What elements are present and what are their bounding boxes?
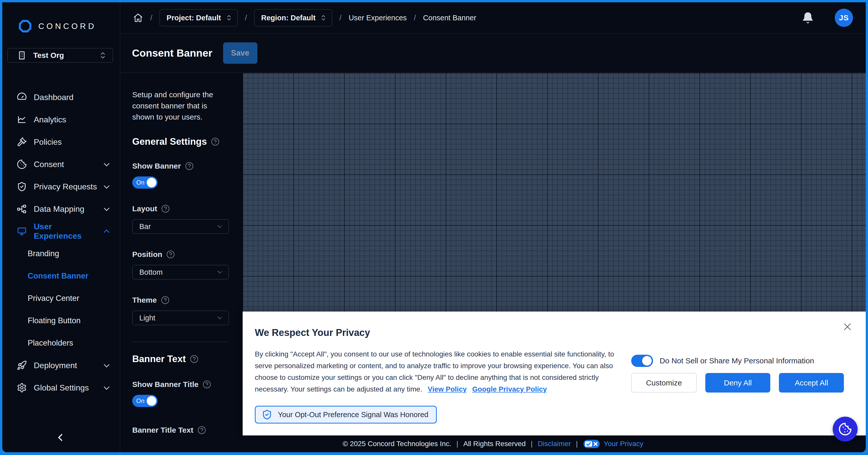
help-icon[interactable]: [211, 138, 220, 146]
position-label: Position: [132, 250, 229, 259]
sidebar-collapse-button[interactable]: [54, 430, 69, 445]
sidebar-item-deployment[interactable]: Deployment: [2, 354, 120, 376]
position-select[interactable]: Bottom: [132, 265, 229, 279]
main-area: / Project: Default / Region: Default / U…: [120, 2, 866, 452]
chevron-up-icon: [104, 230, 110, 235]
topbar: / Project: Default / Region: Default / U…: [120, 2, 866, 34]
sidebar-item-label: Data Mapping: [34, 204, 98, 214]
customize-button[interactable]: Customize: [631, 373, 697, 393]
show-banner-label: Show Banner: [132, 162, 229, 170]
sidebar-item-label: Policies: [34, 138, 108, 147]
help-icon[interactable]: [190, 355, 198, 363]
line-chart-icon: [17, 114, 27, 125]
select-arrows-icon: [226, 14, 232, 22]
sidebar-item-user-experiences[interactable]: User Experiences: [2, 220, 120, 242]
general-settings-heading: General Settings: [132, 136, 229, 147]
nodes-icon: [17, 204, 27, 214]
sidebar-item-floating-button[interactable]: Floating Button: [2, 309, 120, 332]
building-icon: [17, 50, 27, 61]
view-policy-link[interactable]: View Policy: [428, 385, 467, 393]
banner-text-heading: Banner Text: [132, 354, 229, 364]
opt-out-signal-badge[interactable]: Your Opt-Out Preference Signal Was Honor…: [255, 406, 437, 424]
breadcrumb-section[interactable]: User Experiences: [349, 14, 407, 22]
sidebar-subitem-label: Privacy Center: [28, 294, 108, 303]
theme-select[interactable]: Light: [132, 310, 229, 325]
org-selector[interactable]: Test Org: [7, 48, 113, 63]
sidebar-subitem-label: Branding: [28, 249, 108, 258]
save-button[interactable]: Save: [223, 42, 257, 64]
sidebar-item-analytics[interactable]: Analytics: [2, 109, 120, 131]
chevron-left-icon: [58, 434, 65, 441]
region-selector[interactable]: Region: Default: [254, 9, 332, 26]
sidebar-item-global-settings[interactable]: Global Settings: [2, 376, 120, 399]
toggle-knob: [147, 396, 156, 406]
position-label-text: Position: [132, 250, 162, 259]
your-privacy-link[interactable]: Your Privacy: [604, 440, 643, 448]
show-banner-title-toggle[interactable]: On: [132, 395, 158, 407]
consent-banner-buttons: Customize Deny All Accept All: [631, 373, 855, 393]
help-icon[interactable]: [197, 426, 206, 434]
sidebar-item-privacy-requests[interactable]: Privacy Requests: [2, 176, 120, 198]
footer-separator: |: [455, 440, 460, 448]
chevron-down-icon: [218, 314, 223, 320]
settings-description: Setup and configure the consent banner t…: [132, 89, 229, 123]
chevron-down-icon: [104, 362, 110, 368]
theme-label-text: Theme: [132, 296, 157, 304]
chevron-down-icon: [218, 223, 223, 228]
show-banner-label-text: Show Banner: [132, 162, 181, 170]
footer-separator: |: [529, 440, 534, 448]
breadcrumb-separator: /: [244, 13, 248, 22]
help-icon[interactable]: [161, 204, 170, 213]
close-icon[interactable]: [842, 322, 852, 332]
sidebar-item-consent[interactable]: Consent: [2, 153, 120, 176]
sidebar-item-data-mapping[interactable]: Data Mapping: [2, 198, 120, 220]
breadcrumb-separator: /: [413, 13, 417, 22]
layout-label-text: Layout: [132, 204, 157, 213]
show-banner-title-label: Show Banner Title: [132, 380, 229, 389]
help-icon[interactable]: [166, 250, 175, 259]
gavel-icon: [17, 136, 27, 147]
chevron-down-icon: [218, 269, 223, 274]
rocket-icon: [17, 360, 27, 371]
do-not-sell-toggle[interactable]: [631, 355, 653, 367]
sidebar-item-dashboard[interactable]: Dashboard: [2, 86, 120, 109]
sidebar-item-branding[interactable]: Branding: [2, 242, 120, 265]
help-icon[interactable]: [185, 162, 194, 170]
accept-all-button[interactable]: Accept All: [779, 373, 844, 393]
help-icon[interactable]: [203, 380, 211, 389]
project-selector[interactable]: Project: Default: [159, 9, 238, 26]
footer-separator: |: [575, 440, 579, 448]
deny-all-button[interactable]: Deny All: [705, 373, 770, 393]
content-area: Setup and configure the consent banner t…: [120, 73, 866, 435]
footer-copyright: © 2025 Concord Technologies Inc.: [343, 440, 451, 448]
layout-label: Layout: [132, 204, 229, 213]
footer-rights: All Rights Reserved: [463, 440, 526, 448]
sidebar-item-label: Deployment: [34, 361, 98, 370]
notifications-bell-icon[interactable]: [802, 12, 814, 24]
footer: © 2025 Concord Technologies Inc. | All R…: [120, 435, 866, 452]
sidebar-item-privacy-center[interactable]: Privacy Center: [2, 287, 120, 309]
layout-select[interactable]: Bar: [132, 219, 229, 234]
sidebar-item-placeholders[interactable]: Placeholders: [2, 332, 120, 354]
show-banner-toggle[interactable]: On: [132, 177, 158, 189]
sidebar-item-consent-banner[interactable]: Consent Banner: [2, 265, 120, 287]
chevron-down-icon: [104, 205, 110, 211]
sidebar-item-label: Consent: [34, 160, 98, 169]
concord-logo-icon: [17, 18, 33, 34]
home-icon[interactable]: [133, 13, 143, 23]
google-privacy-policy-link[interactable]: Google Privacy Policy: [472, 385, 547, 393]
gear-icon: [17, 383, 27, 393]
toggle-knob: [147, 178, 156, 187]
toggle-state-label: On: [136, 179, 147, 186]
app-frame: CONCORD Test Org Dashboard Analytics: [0, 0, 868, 455]
disclaimer-link[interactable]: Disclaimer: [538, 440, 571, 448]
help-icon[interactable]: [161, 296, 169, 304]
consent-banner-body: By clicking "Accept All", you consent to…: [255, 348, 624, 395]
sidebar-item-policies[interactable]: Policies: [2, 131, 120, 153]
brand-logo: CONCORD: [2, 11, 120, 44]
user-avatar[interactable]: JS: [835, 9, 853, 27]
page-titlebar: Consent Banner Save: [120, 34, 866, 73]
consent-banner-actions-column: Do Not Sell or Share My Personal Informa…: [631, 320, 855, 435]
breadcrumb-page: Consent Banner: [423, 14, 476, 22]
cookie-preferences-fab[interactable]: [833, 417, 858, 442]
